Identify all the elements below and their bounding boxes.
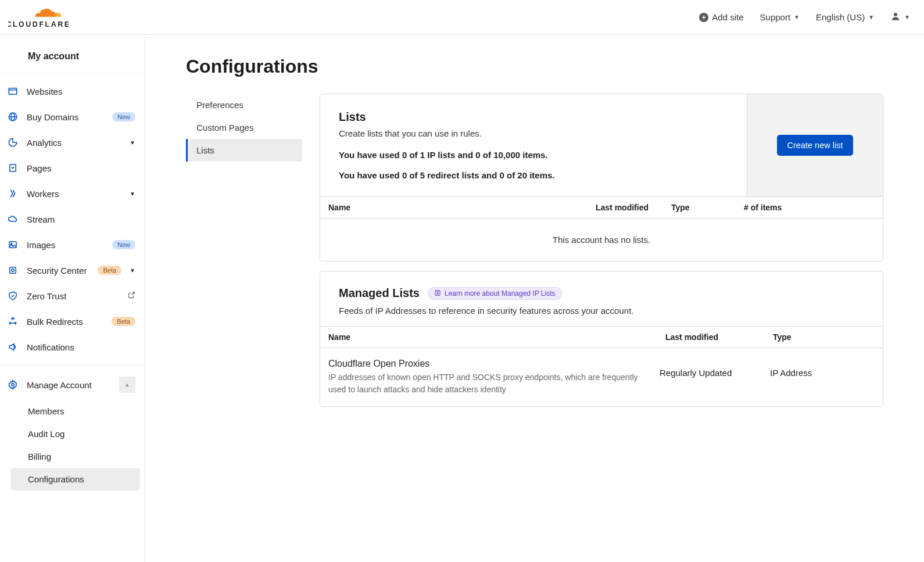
sidebar-item-zero-trust[interactable]: Zero Trust: [0, 283, 145, 309]
user-icon: [890, 11, 901, 23]
managed-lists-title: Managed Lists: [339, 287, 420, 300]
managed-row-desc: IP addresses of known open HTTP and SOCK…: [328, 371, 642, 396]
cloudflare-logo[interactable]: CLOUDFLARE: [8, 6, 69, 29]
shield-icon: [7, 290, 19, 302]
sidebar-item-label: Images: [27, 240, 104, 250]
caret-down-icon: ▼: [904, 14, 910, 20]
add-site-label: Add site: [712, 12, 743, 22]
browser-icon: [7, 85, 19, 97]
lists-title: Lists: [339, 110, 728, 124]
caret-down-icon: ▼: [130, 139, 135, 146]
add-site-button[interactable]: + Add site: [699, 12, 743, 22]
managed-table-header: Name Last modified Type: [320, 326, 883, 348]
sidebar-item-label: Websites: [27, 87, 135, 96]
svg-text:CLOUDFLARE: CLOUDFLARE: [8, 20, 69, 28]
megaphone-icon: [7, 341, 19, 353]
sidebar-subitem-configurations[interactable]: Configurations: [10, 468, 140, 491]
subnav-lists[interactable]: Lists: [186, 139, 302, 162]
sidebar-item-label: Analytics: [27, 138, 121, 148]
sidebar-item-stream[interactable]: Stream: [0, 206, 145, 232]
caret-down-icon: ▼: [868, 14, 874, 20]
sidebar-subitem-members[interactable]: Members: [28, 400, 145, 423]
th-name: Name: [328, 203, 596, 212]
managed-lists-desc: Feeds of IP Addresses to reference in se…: [339, 306, 864, 316]
th-type: Type: [671, 203, 744, 212]
svg-rect-10: [10, 267, 16, 274]
sidebar-item-label: Stream: [27, 214, 135, 224]
svg-point-11: [12, 269, 15, 272]
managed-lists-card: Managed Lists Learn more about Managed I…: [320, 271, 883, 407]
sidebar-item-buy-domains[interactable]: Buy Domains New: [0, 104, 145, 130]
cloud-icon: [7, 213, 19, 225]
sidebar-item-security-center[interactable]: Security Center Beta ▼: [0, 257, 145, 283]
beta-badge: Beta: [112, 317, 135, 326]
redirect-icon: [7, 316, 19, 327]
managed-row-name: Cloudflare Open Proxies: [328, 359, 642, 369]
book-icon: [434, 289, 441, 298]
sidebar-item-label: Pages: [27, 163, 135, 173]
sidebar-item-workers[interactable]: Workers ▼: [0, 181, 145, 206]
security-icon: [7, 264, 19, 276]
caret-down-icon: ▼: [130, 191, 135, 197]
managed-list-row: Cloudflare Open Proxies IP addresses of …: [320, 348, 883, 406]
svg-rect-2: [9, 88, 17, 95]
beta-badge: Beta: [98, 266, 121, 275]
language-label: English (US): [816, 12, 865, 22]
sidebar-item-manage-account[interactable]: Manage Account ▲: [0, 370, 145, 400]
gear-icon: [7, 379, 19, 391]
sidebar-item-images[interactable]: Images New: [0, 232, 145, 257]
th-last-modified: Last modified: [665, 332, 773, 342]
page-title: Configurations: [186, 56, 883, 77]
account-title: My account: [0, 44, 145, 73]
svg-point-1: [894, 13, 897, 16]
new-badge: New: [112, 240, 135, 249]
th-name: Name: [328, 332, 665, 342]
image-icon: [7, 239, 19, 250]
support-menu[interactable]: Support ▼: [760, 12, 800, 22]
sidebar-item-label: Workers: [27, 189, 121, 199]
lists-table-header: Name Last modified Type # of items: [320, 196, 883, 219]
collapse-icon[interactable]: ▲: [119, 377, 135, 393]
main-content: Configurations Preferences Custom Pages …: [145, 35, 924, 562]
sidebar-item-notifications[interactable]: Notifications: [0, 334, 145, 360]
sidebar-item-label: Buy Domains: [27, 112, 104, 122]
subnav: Preferences Custom Pages Lists: [186, 94, 302, 407]
sidebar-item-label: Zero Trust: [27, 291, 120, 301]
sidebar-item-bulk-redirects[interactable]: Bulk Redirects Beta: [0, 309, 145, 334]
sidebar-item-websites[interactable]: Websites: [0, 78, 145, 104]
sidebar-item-label: Notifications: [27, 342, 135, 352]
learn-more-link[interactable]: Learn more about Managed IP Lists: [428, 287, 562, 300]
svg-rect-8: [9, 242, 16, 248]
th-items: # of items: [744, 203, 875, 212]
lists-desc: Create lists that you can use in rules.: [339, 128, 728, 138]
sidebar-subitem-audit-log[interactable]: Audit Log: [28, 423, 145, 445]
learn-more-label: Learn more about Managed IP Lists: [445, 289, 556, 298]
workers-icon: [7, 188, 19, 199]
sidebar-item-analytics[interactable]: Analytics ▼: [0, 130, 145, 155]
sidebar-item-pages[interactable]: Pages: [0, 155, 145, 181]
sidebar-subitem-billing[interactable]: Billing: [28, 445, 145, 468]
sidebar-item-label: Security Center: [27, 266, 89, 275]
sidebar-item-label: Bulk Redirects: [27, 317, 103, 327]
pages-icon: [7, 162, 19, 174]
lists-empty-message: This account has no lists.: [320, 219, 883, 261]
sidebar: My account Websites Buy Domains New Anal…: [0, 35, 145, 562]
th-type: Type: [773, 332, 875, 342]
lists-card: Lists Create lists that you can use in r…: [320, 94, 883, 262]
create-new-list-button[interactable]: Create new list: [777, 135, 854, 156]
language-menu[interactable]: English (US) ▼: [816, 12, 874, 22]
subnav-preferences[interactable]: Preferences: [186, 94, 302, 116]
lists-stat-redirect: You have used 0 of 5 redirect lists and …: [339, 170, 728, 180]
managed-row-mod: Regularly Updated: [660, 359, 770, 378]
external-link-icon: [128, 291, 135, 300]
svg-point-12: [12, 384, 15, 386]
sidebar-item-label: Manage Account: [27, 380, 111, 390]
pie-chart-icon: [7, 137, 19, 148]
subnav-custom-pages[interactable]: Custom Pages: [186, 116, 302, 139]
lists-stat-ip: You have used 0 of 1 IP lists and 0 of 1…: [339, 150, 728, 160]
user-menu[interactable]: ▼: [890, 11, 910, 23]
managed-row-type: IP Address: [770, 359, 875, 378]
th-last-modified: Last modified: [596, 203, 671, 212]
globe-icon: [7, 111, 19, 123]
caret-down-icon: ▼: [130, 267, 135, 274]
